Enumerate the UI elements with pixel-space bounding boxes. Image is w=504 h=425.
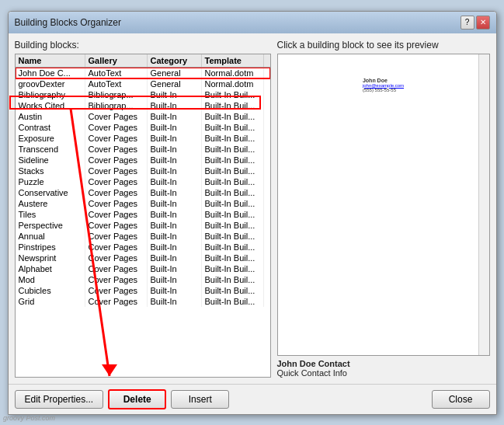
cell-col-gallery: Cover Pages: [85, 165, 148, 176]
table-row[interactable]: ConservativeCover PagesBuilt-InBuilt-In …: [16, 187, 270, 198]
table-row[interactable]: CubiclesCover PagesBuilt-InBuilt-In Buil…: [16, 285, 270, 296]
cell-col-category: Built-In: [148, 165, 202, 176]
table-row[interactable]: AlphabetCover PagesBuilt-InBuilt-In Buil…: [16, 263, 270, 274]
cell-col-name: Pinstripes: [16, 242, 85, 253]
cell-col-name: Puzzle: [16, 176, 85, 187]
table-row[interactable]: TranscendCover PagesBuilt-InBuilt-In Bui…: [16, 144, 270, 155]
cell-col-gallery: Cover Pages: [85, 176, 148, 187]
table-row[interactable]: AustereCover PagesBuilt-InBuilt-In Buil.…: [16, 198, 270, 209]
cell-col-template: Built-In Buil...: [202, 155, 264, 165]
preview-box: John Doe john@example.com (555) 555-55-5…: [277, 54, 490, 356]
col-header-name: Name: [16, 54, 85, 67]
building-blocks-dialog: Building Blocks Organizer ? ✕ Building b…: [8, 11, 497, 415]
preview-name: John Doe: [363, 78, 388, 83]
cell-col-gallery: AutoText: [85, 68, 148, 78]
table-row[interactable]: Works CitedBibliograp...Built-InBuilt-In…: [16, 100, 270, 111]
preview-scrollbar[interactable]: [478, 54, 489, 355]
cell-col-category: Built-In: [148, 242, 202, 253]
cell-col-category: Built-In: [148, 122, 202, 133]
col-header-gallery: Gallery: [85, 54, 148, 67]
cell-col-gallery: Cover Pages: [85, 253, 148, 263]
cell-col-name: Works Cited: [16, 100, 85, 111]
cell-col-category: Built-In: [148, 176, 202, 187]
cell-col-name: Sideline: [16, 155, 85, 165]
cell-col-category: Built-In: [148, 253, 202, 263]
cell-col-category: Built-In: [148, 263, 202, 274]
close-x-button[interactable]: ✕: [476, 16, 490, 30]
cell-col-gallery: Cover Pages: [85, 274, 148, 285]
close-button[interactable]: Close: [432, 390, 490, 409]
edit-properties-button[interactable]: Edit Properties...: [15, 390, 104, 409]
cell-col-template: Normal.dotm: [202, 78, 264, 89]
preview-label: Click a building block to see its previe…: [277, 40, 490, 51]
table-row[interactable]: GridCover PagesBuilt-InBuilt-In Buil...: [16, 296, 270, 307]
cell-col-category: Built-In: [148, 89, 202, 100]
cell-col-gallery: Cover Pages: [85, 111, 148, 122]
cell-col-gallery: Cover Pages: [85, 144, 148, 155]
table-row[interactable]: PerspectiveCover PagesBuilt-InBuilt-In B…: [16, 220, 270, 231]
dialog-body: Building blocks: Name Gallery Category T…: [9, 33, 496, 384]
table-row[interactable]: StacksCover PagesBuilt-InBuilt-In Buil..…: [16, 165, 270, 176]
cell-col-gallery: Cover Pages: [85, 133, 148, 144]
preview-info-name: John Doe Contact: [277, 359, 490, 368]
col-header-category: Category: [148, 54, 202, 67]
cell-col-category: Built-In: [148, 274, 202, 285]
cell-col-name: Exposure: [16, 133, 85, 144]
cell-col-name: Annual: [16, 231, 85, 242]
cell-col-template: Built-In Buil...: [202, 122, 264, 133]
cell-col-category: Built-In: [148, 144, 202, 155]
cell-col-template: Built-In Buil...: [202, 144, 264, 155]
cell-col-template: Built-In Buil...: [202, 220, 264, 231]
cell-col-name: Austere: [16, 198, 85, 209]
cell-col-template: Built-In Buil...: [202, 296, 264, 307]
preview-phone: (555) 555-55-55: [363, 88, 396, 92]
table-row[interactable]: NewsprintCover PagesBuilt-InBuilt-In Bui…: [16, 253, 270, 263]
cell-col-template: Built-In Buil...: [202, 100, 264, 111]
cell-col-category: Built-In: [148, 187, 202, 198]
table-row[interactable]: John Doe C...AutoTextGeneralNormal.dotm: [16, 68, 270, 78]
cell-col-gallery: Cover Pages: [85, 209, 148, 220]
cell-col-category: Built-In: [148, 198, 202, 209]
help-button[interactable]: ?: [461, 16, 474, 30]
cell-col-template: Built-In Buil...: [202, 89, 264, 100]
cell-col-template: Built-In Buil...: [202, 231, 264, 242]
table-row[interactable]: groovDexterAutoTextGeneralNormal.dotm: [16, 78, 270, 89]
cell-col-gallery: Cover Pages: [85, 231, 148, 242]
table-row[interactable]: PinstripesCover PagesBuilt-InBuilt-In Bu…: [16, 242, 270, 253]
table-row[interactable]: PuzzleCover PagesBuilt-InBuilt-In Buil..…: [16, 176, 270, 187]
table-row[interactable]: TilesCover PagesBuilt-InBuilt-In Buil...: [16, 209, 270, 220]
cell-col-category: Built-In: [148, 296, 202, 307]
cell-col-template: Built-In Buil...: [202, 253, 264, 263]
building-blocks-table[interactable]: Name Gallery Category Template John Doe …: [15, 54, 271, 378]
table-row[interactable]: ExposureCover PagesBuilt-InBuilt-In Buil…: [16, 133, 270, 144]
table-row[interactable]: BibliographyBibliograp...Built-InBuilt-I…: [16, 89, 270, 100]
cell-col-name: Perspective: [16, 220, 85, 231]
dialog-title: Building Blocks Organizer: [15, 17, 121, 28]
table-row[interactable]: AnnualCover PagesBuilt-InBuilt-In Buil..…: [16, 231, 270, 242]
building-blocks-label: Building blocks:: [15, 40, 271, 51]
table-row[interactable]: ContrastCover PagesBuilt-InBuilt-In Buil…: [16, 122, 270, 133]
table-header: Name Gallery Category Template: [16, 54, 270, 68]
table-row[interactable]: ModCover PagesBuilt-InBuilt-In Buil...: [16, 274, 270, 285]
cell-col-template: Built-In Buil...: [202, 187, 264, 198]
insert-button[interactable]: Insert: [171, 390, 229, 409]
table-row[interactable]: AustinCover PagesBuilt-InBuilt-In Buil..…: [16, 111, 270, 122]
cell-col-gallery: AutoText: [85, 78, 148, 89]
right-panel: Click a building block to see its previe…: [277, 40, 490, 378]
cell-col-template: Built-In Buil...: [202, 242, 264, 253]
cell-col-name: Contrast: [16, 122, 85, 133]
cell-col-template: Built-In Buil...: [202, 165, 264, 176]
watermark: groovy Post.com: [3, 414, 55, 422]
cell-col-category: Built-In: [148, 285, 202, 296]
table-body[interactable]: John Doe C...AutoTextGeneralNormal.dotmg…: [16, 68, 270, 377]
table-row[interactable]: SidelineCover PagesBuilt-InBuilt-In Buil…: [16, 155, 270, 165]
cell-col-gallery: Cover Pages: [85, 296, 148, 307]
delete-button[interactable]: Delete: [108, 389, 166, 409]
cell-col-template: Built-In Buil...: [202, 285, 264, 296]
cell-col-category: Built-In: [148, 100, 202, 111]
cell-col-name: Conservative: [16, 187, 85, 198]
cell-col-name: John Doe C...: [16, 68, 85, 78]
cell-col-gallery: Cover Pages: [85, 285, 148, 296]
cell-col-name: Alphabet: [16, 263, 85, 274]
cell-col-name: Mod: [16, 274, 85, 285]
